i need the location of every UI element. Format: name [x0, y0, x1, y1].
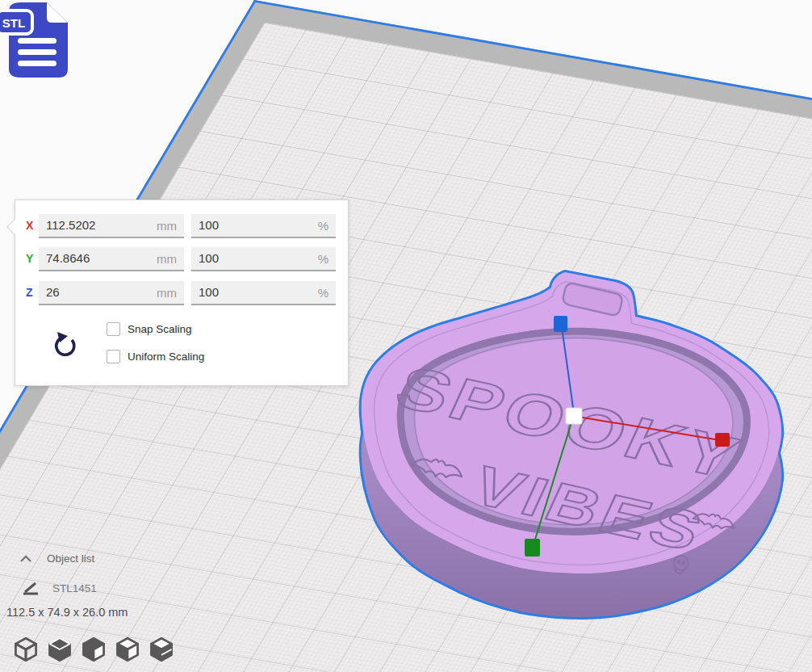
- z-size-unit: mm: [157, 286, 177, 300]
- stl-badge-label: STL: [2, 16, 25, 30]
- view-left-icon: [115, 636, 140, 662]
- x-size-field: mm: [39, 214, 184, 238]
- uniform-scaling-checkbox[interactable]: [107, 350, 120, 363]
- scale-handle-z[interactable]: [554, 316, 567, 332]
- x-percent-field: %: [191, 214, 336, 238]
- object-list-title: Object list: [47, 552, 94, 565]
- chevron-up-icon: [19, 554, 32, 564]
- z-size-field: mm: [39, 281, 184, 305]
- view-3d-button[interactable]: [13, 636, 39, 664]
- folded-corner: [47, 2, 68, 23]
- scale-handle-x[interactable]: [715, 433, 730, 447]
- y-percent-unit: %: [318, 252, 329, 266]
- scale-row-x: X mm %: [15, 214, 348, 238]
- x-percent-unit: %: [318, 219, 329, 233]
- view-right-button[interactable]: [149, 636, 174, 664]
- x-size-unit: mm: [157, 219, 177, 233]
- uniform-scaling-option[interactable]: Uniform Scaling: [107, 349, 204, 363]
- x-percent-input[interactable]: [191, 214, 336, 237]
- y-percent-input[interactable]: [191, 247, 336, 270]
- stl-file-icon: STL: [0, 0, 77, 81]
- z-percent-unit: %: [318, 286, 329, 300]
- snap-scaling-checkbox[interactable]: [107, 322, 120, 336]
- object-list-item[interactable]: STL1451: [23, 580, 97, 596]
- reset-icon: [52, 330, 80, 360]
- reset-scale-button[interactable]: [52, 330, 80, 360]
- y-size-unit: mm: [157, 252, 177, 266]
- object-on-plate-icon: [23, 580, 40, 596]
- z-percent-input[interactable]: [191, 281, 336, 304]
- view-top-button[interactable]: [81, 636, 107, 664]
- scale-row-z: Z mm %: [15, 281, 348, 305]
- model-dimensions-readout: 112.5 x 74.9 x 26.0 mm: [6, 606, 128, 619]
- y-percent-field: %: [191, 247, 336, 271]
- scale-handle-y[interactable]: [525, 539, 540, 556]
- uniform-scaling-label: Uniform Scaling: [128, 351, 204, 363]
- object-list-header[interactable]: Object list: [19, 552, 94, 565]
- view-front-icon: [48, 636, 72, 662]
- viewport: SPOOKY VIBES: [0, 0, 812, 672]
- view-right-icon: [149, 636, 174, 662]
- snap-scaling-label: Snap Scaling: [128, 323, 192, 335]
- z-axis-label: Z: [26, 286, 33, 299]
- object-list-item-name: STL1451: [52, 582, 97, 594]
- snap-scaling-option[interactable]: Snap Scaling: [107, 321, 192, 336]
- scale-tool-panel: X mm % Y mm % Z mm: [15, 200, 349, 386]
- scale-row-y: Y mm %: [15, 247, 348, 271]
- view-front-button[interactable]: [47, 636, 73, 664]
- view-top-icon: [82, 636, 106, 662]
- y-axis-label: Y: [26, 252, 33, 265]
- scale-handle-center[interactable]: [566, 408, 582, 424]
- z-percent-field: %: [191, 281, 336, 305]
- camera-view-toolbar: [13, 636, 174, 664]
- x-axis-label: X: [26, 219, 33, 232]
- view-left-button[interactable]: [115, 636, 140, 664]
- y-size-field: mm: [39, 247, 184, 271]
- view-3d-icon: [14, 636, 38, 662]
